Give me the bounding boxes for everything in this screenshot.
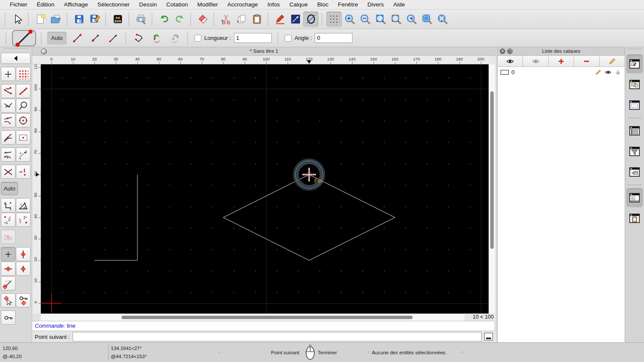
dock-clipboard-button[interactable] [626, 209, 643, 228]
cut-button[interactable] [218, 12, 234, 27]
print-preview-button[interactable] [133, 12, 149, 27]
length-input[interactable] [234, 33, 272, 43]
line-attributes-button[interactable] [288, 12, 303, 27]
remove-layer-button[interactable] [574, 56, 599, 66]
polyline-l-shape[interactable] [94, 175, 137, 260]
lock-relative-zero-button[interactable] [16, 293, 30, 308]
menu-item-calque[interactable]: Calque [285, 1, 313, 8]
relative-point-1-button[interactable]: 12 [1, 213, 15, 227]
length-checkbox[interactable] [194, 35, 201, 42]
dock-block-list-button[interactable] [626, 75, 643, 94]
menu-item-infos[interactable]: Infos [263, 1, 285, 8]
snap-intersection-auto-button[interactable] [1, 99, 15, 113]
lock-zero-button[interactable] [1, 311, 15, 325]
line-one-direction-button[interactable] [104, 31, 122, 45]
new-document-button[interactable] [33, 12, 48, 27]
draft-mode-button[interactable] [303, 12, 319, 27]
snap-free-button[interactable] [1, 67, 15, 81]
restrict-disabled-button[interactable] [1, 230, 15, 244]
show-all-layers-button[interactable] [498, 56, 523, 66]
export-svg-button[interactable]: SVG [110, 12, 125, 27]
snap-angle-rel-button[interactable] [1, 276, 15, 290]
layer-edit-icon[interactable] [595, 69, 602, 76]
redo-button[interactable] [172, 12, 187, 27]
menu-item-fichier[interactable]: Fichier [5, 1, 32, 8]
polyline-button[interactable] [130, 31, 148, 45]
dock-named-views-button[interactable] [626, 163, 643, 181]
edit-layer-button[interactable] [600, 56, 625, 66]
restrict-nothing-button[interactable] [16, 165, 30, 179]
grid-toggle-button[interactable] [326, 12, 342, 27]
zoom-auto-button[interactable] [373, 12, 388, 27]
horizontal-scrollbar[interactable] [41, 314, 465, 321]
command-input[interactable] [73, 332, 482, 341]
snap-on-entity-button[interactable] [16, 84, 30, 98]
snap-angle-button[interactable] [1, 148, 15, 162]
menu-item-bloc[interactable]: Bloc [313, 1, 333, 8]
line-two-points-button[interactable] [68, 31, 86, 45]
snap-distance-button[interactable]: 12 [16, 148, 30, 162]
toolbox-collapse-button[interactable] [1, 53, 30, 64]
dock-entity-list-button[interactable] [626, 121, 643, 140]
restrict-vertical-button[interactable] [16, 247, 30, 261]
undo-segment-button[interactable] [148, 31, 166, 45]
zoom-out-button[interactable] [357, 12, 373, 27]
snap-reference-button[interactable] [16, 130, 30, 145]
snap-tangent-button[interactable] [1, 130, 15, 145]
delete-button[interactable] [195, 12, 210, 27]
vertical-scrollbar[interactable] [489, 64, 495, 314]
pick-coordinate-button[interactable] [1, 293, 15, 308]
angle-input[interactable] [315, 33, 352, 43]
layer-row[interactable]: 0 [498, 67, 625, 77]
relative-point-2-button[interactable]: 12 [16, 213, 30, 227]
snap-endpoint-button[interactable] [1, 84, 15, 98]
menu-item-dition[interactable]: Édition [32, 1, 59, 8]
open-document-button[interactable] [48, 12, 64, 27]
layer-lock-icon[interactable] [614, 69, 622, 76]
attributes-button[interactable] [272, 12, 288, 27]
redo-segment-button[interactable] [166, 31, 184, 45]
select-pointer-button[interactable] [9, 12, 25, 27]
menu-item-dessin[interactable]: Dessin [134, 1, 161, 8]
menu-item-divers[interactable]: Divers [363, 1, 389, 8]
dock-layer-list-button[interactable] [626, 54, 643, 73]
add-layer-button[interactable] [549, 56, 574, 66]
line-both-directions-button[interactable] [86, 31, 104, 45]
snap-nearest-button[interactable] [1, 113, 15, 127]
menu-item-aide[interactable]: Aide [389, 1, 410, 8]
restrict-horizontal-button[interactable] [1, 262, 15, 276]
paste-button[interactable] [249, 12, 264, 27]
coordinate-cartesian-button[interactable]: yx [1, 198, 15, 212]
current-tool-indicator[interactable] [12, 30, 36, 46]
layer-visibility-icon[interactable] [605, 69, 612, 76]
dock-library-browser-button[interactable] [626, 96, 643, 115]
hide-all-layers-button[interactable] [523, 56, 548, 66]
snap-grid-button[interactable] [16, 67, 30, 81]
menu-item-accrochage[interactable]: Accrochage [222, 1, 262, 8]
menu-item-cotation[interactable]: Cotation [161, 1, 192, 8]
snap-intersection-button[interactable] [1, 165, 15, 179]
snap-auto-button[interactable]: Auto [1, 182, 18, 195]
zoom-pan-button[interactable] [434, 12, 450, 27]
menu-item-modifier[interactable]: Modifier [192, 1, 222, 8]
zoom-in-button[interactable] [342, 12, 357, 27]
coordinate-polar-button[interactable]: ra [16, 198, 30, 212]
zoom-window-button[interactable] [419, 12, 434, 27]
menu-item-affichage[interactable]: Affichage [59, 1, 93, 8]
horizontal-scrollbar-thumb[interactable] [122, 316, 413, 319]
snap-middle-button[interactable] [16, 99, 30, 113]
zoom-selected-button[interactable] [388, 12, 404, 27]
zoom-previous-button[interactable] [404, 12, 419, 27]
keyboard-focus-button[interactable] [484, 333, 493, 341]
snap-center-button[interactable] [16, 113, 30, 127]
save-button[interactable] [71, 12, 87, 27]
menu-item-slectionner[interactable]: Sélectionner [93, 1, 134, 8]
vertical-scrollbar-thumb[interactable] [490, 91, 494, 249]
angle-checkbox[interactable] [285, 35, 292, 42]
menu-item-fentre[interactable]: Fenêtre [333, 1, 363, 8]
dock-command-widget-button[interactable] [626, 188, 643, 207]
drawing-canvas[interactable]: Fin [41, 64, 489, 314]
copy-button[interactable] [234, 12, 249, 27]
dock-filter-button[interactable] [626, 142, 643, 161]
undo-button[interactable] [156, 12, 172, 27]
